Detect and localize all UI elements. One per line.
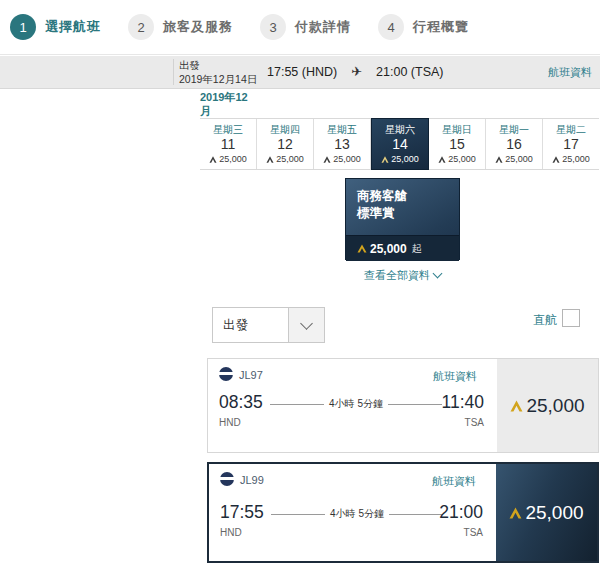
summary-date: 2019年12月14日 xyxy=(179,72,257,86)
arrival-block: 11:40 TSA xyxy=(442,392,485,430)
miles-icon xyxy=(266,156,274,163)
miles-price-value: 25,000 xyxy=(526,395,584,417)
miles-icon xyxy=(357,244,367,253)
arrival-time: 21:00 xyxy=(439,502,483,523)
summary-departure-time: 17:55 (HND) xyxy=(267,65,337,79)
fare-card-titles: 商務客艙 標準賞 xyxy=(346,179,459,235)
flight-row-jl99-selected[interactable]: JL99 航班資料 17:55 HND 4小時 5分鐘 21:00 TSA 25… xyxy=(207,462,599,563)
departure-airport: HND xyxy=(220,526,264,540)
chevron-down-icon xyxy=(300,317,313,330)
step-number-badge: 1 xyxy=(10,14,36,40)
step-select-flight[interactable]: 1 選擇航班 xyxy=(10,14,101,40)
step-payment-details[interactable]: 3 付款詳情 xyxy=(260,14,351,40)
date-tab-mon-16[interactable]: 星期一 16 25,000 xyxy=(486,119,543,169)
step-label: 付款詳情 xyxy=(295,18,351,36)
step-number-badge: 3 xyxy=(260,14,286,40)
day-number: 15 xyxy=(449,136,465,153)
cabin-class-label: 商務客艙 xyxy=(357,188,459,205)
step-itinerary-overview[interactable]: 4 行程概覽 xyxy=(378,14,469,40)
selected-flight-summary-bar: 出發 2019年12月14日 17:55 (HND) ✈ 21:00 (TSA)… xyxy=(0,56,600,89)
miles-icon xyxy=(438,156,446,163)
day-number: 12 xyxy=(277,136,293,153)
day-number: 11 xyxy=(221,136,236,153)
weekday-label: 星期四 xyxy=(270,123,300,136)
flight-duration: 4小時 5分鐘 xyxy=(271,507,443,521)
weekday-label: 星期五 xyxy=(327,123,357,136)
view-all-details-link[interactable]: 查看全部資料 xyxy=(345,268,460,283)
day-number: 13 xyxy=(334,136,350,153)
miles-price-cell[interactable]: 25,000 xyxy=(497,359,598,452)
step-passengers-services[interactable]: 2 旅客及服務 xyxy=(128,14,233,40)
weekday-label: 星期二 xyxy=(556,123,586,136)
step-number-badge: 4 xyxy=(378,14,404,40)
departure-time: 08:35 xyxy=(219,392,263,413)
day-number: 14 xyxy=(392,136,408,153)
miles-value: 25,000 xyxy=(333,153,361,165)
sort-select[interactable]: 出發 xyxy=(212,307,325,343)
flight-info-link[interactable]: 航班資料 xyxy=(433,369,477,384)
miles-icon xyxy=(323,156,331,163)
direct-flight-checkbox[interactable] xyxy=(562,309,580,327)
chevron-down-icon xyxy=(433,269,443,279)
step-label: 選擇航班 xyxy=(45,18,101,36)
summary-times: 17:55 (HND) ✈ 21:00 (TSA) xyxy=(267,64,443,79)
miles-value: 25,000 xyxy=(562,153,590,165)
month-line2: 月 xyxy=(200,104,260,118)
miles-value: 25,000 xyxy=(505,153,533,165)
departure-airport: HND xyxy=(219,416,263,430)
date-tab-sun-15[interactable]: 星期日 15 25,000 xyxy=(429,119,486,169)
date-tab-tue-17[interactable]: 星期二 17 25,000 xyxy=(543,119,599,169)
date-tab-fri-13[interactable]: 星期五 13 25,000 xyxy=(314,119,371,169)
miles-icon xyxy=(552,156,560,163)
card-miles-value: 25,000 xyxy=(370,242,407,256)
miles-value: 25,000 xyxy=(391,153,419,165)
sort-select-dropdown-button[interactable] xyxy=(288,308,324,342)
flight-info-link[interactable]: 航班資料 xyxy=(432,474,476,489)
card-from-suffix: 起 xyxy=(412,242,422,256)
miles-value: 25,000 xyxy=(276,153,304,165)
departure-block: 08:35 HND xyxy=(219,392,263,430)
flight-duration: 4小時 5分鐘 xyxy=(270,397,442,411)
miles-icon xyxy=(495,156,503,163)
arrival-airport: TSA xyxy=(442,416,485,430)
flight-booking-page: 1 選擇航班 2 旅客及服務 3 付款詳情 4 行程概覽 出發 2019年12月… xyxy=(0,0,600,569)
summary-flight-info-link[interactable]: 航班資料 xyxy=(548,65,592,80)
miles-icon xyxy=(209,156,217,163)
arrival-time: 11:40 xyxy=(442,392,485,413)
view-all-label: 查看全部資料 xyxy=(364,269,430,281)
fare-class-card[interactable]: 商務客艙 標準賞 25,000 起 xyxy=(345,178,460,260)
summary-divider xyxy=(173,59,174,85)
award-type-label: 標準賞 xyxy=(357,205,459,222)
arrival-airport: TSA xyxy=(439,526,483,540)
arrival-block: 21:00 TSA xyxy=(439,502,483,540)
date-tab-wed-11[interactable]: 星期三 11 25,000 xyxy=(200,119,257,169)
weekday-label: 星期日 xyxy=(442,123,472,136)
jal-airline-logo xyxy=(220,472,234,486)
flight-number: JL97 xyxy=(239,369,263,381)
date-tab-thu-12[interactable]: 星期四 12 25,000 xyxy=(257,119,314,169)
weekday-label: 星期六 xyxy=(385,123,415,136)
miles-value: 25,000 xyxy=(448,153,476,165)
flight-number: JL99 xyxy=(240,474,264,486)
date-tab-strip: 星期三 11 25,000 星期四 12 25,000 星期五 13 25,00… xyxy=(200,118,599,170)
departure-time: 17:55 xyxy=(220,502,264,523)
miles-price-value: 25,000 xyxy=(525,502,583,524)
step-label: 行程概覽 xyxy=(413,18,469,36)
date-tab-sat-14-selected[interactable]: 星期六 14 25,000 xyxy=(371,118,429,170)
plane-icon: ✈ xyxy=(351,64,362,79)
weekday-label: 星期三 xyxy=(213,123,243,136)
summary-date-block: 出發 2019年12月14日 xyxy=(179,58,257,86)
direct-flight-label: 直航 xyxy=(533,312,557,329)
step-progress-bar: 1 選擇航班 2 旅客及服務 3 付款詳情 4 行程概覽 xyxy=(0,0,600,55)
flight-row-jl97[interactable]: JL97 航班資料 08:35 HND 4小時 5分鐘 11:40 TSA 25… xyxy=(207,358,599,453)
miles-price-cell[interactable]: 25,000 xyxy=(496,464,597,561)
step-label: 旅客及服務 xyxy=(163,18,233,36)
departure-block: 17:55 HND xyxy=(220,502,264,540)
weekday-label: 星期一 xyxy=(499,123,529,136)
summary-direction-label: 出發 xyxy=(179,58,257,72)
miles-icon xyxy=(509,507,522,519)
jal-airline-logo xyxy=(219,367,233,381)
step-number-badge: 2 xyxy=(128,14,154,40)
miles-icon xyxy=(510,400,523,412)
day-number: 16 xyxy=(506,136,522,153)
